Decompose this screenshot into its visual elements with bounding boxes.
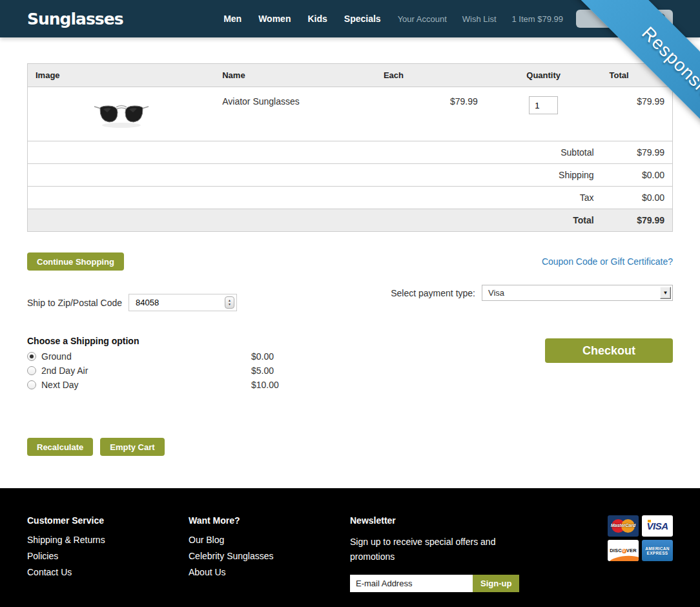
col-header-each: Each [376, 64, 486, 87]
total-value: $79.99 [602, 209, 673, 232]
footer-column-title: Customer Service [27, 515, 189, 526]
aviator-sunglasses-image[interactable] [92, 121, 151, 132]
shipping-value: $0.00 [602, 164, 673, 187]
accepted-cards: MasterCard VISA DISCOVER AMERICAN EXPRES… [608, 515, 673, 561]
footer-link-shipping-returns[interactable]: Shipping & Returns [27, 535, 189, 545]
product-each-price: $79.99 [376, 87, 486, 141]
total-label: Total [28, 209, 602, 232]
footer-customer-service: Customer Service Shipping & Returns Poli… [27, 515, 189, 583]
shipping-options-title: Choose a Shipping option [27, 336, 279, 346]
shipping-option-price: $5.00 [251, 365, 274, 376]
zip-stepper[interactable]: ▲ ▼ [225, 296, 234, 309]
footer-link-celebrity-sunglasses[interactable]: Celebrity Sunglasses [189, 551, 350, 561]
recalculate-button[interactable]: Recalculate [27, 438, 93, 456]
shipping-option-label[interactable]: Ground [41, 351, 251, 362]
shipping-option-ground: Ground $0.00 [27, 351, 279, 362]
subtotal-value: $79.99 [602, 141, 673, 164]
footer-link-our-blog[interactable]: Our Blog [189, 535, 350, 545]
product-total-price: $79.99 [602, 87, 673, 141]
discover-icon: DISCOVER [608, 540, 639, 561]
product-image-cell [28, 87, 215, 141]
cart-table: Image Name Each Quantity Total [27, 63, 673, 232]
shipping-option-label[interactable]: Next Day [41, 380, 251, 390]
footer-newsletter: Newsletter Sign up to receive special of… [350, 515, 544, 592]
cart-header-row: Image Name Each Quantity Total [28, 64, 673, 87]
newsletter-title: Newsletter [350, 515, 544, 526]
zip-input[interactable] [129, 294, 237, 311]
payment-type-select[interactable]: Visa ▼ [482, 285, 673, 301]
radio-2nd-day-air[interactable] [27, 366, 36, 375]
coupon-code-link[interactable]: Coupon Code or Gift Certificate? [542, 256, 673, 267]
continue-shopping-button[interactable]: Continue Shopping [27, 252, 124, 271]
shipping-options-group: Choose a Shipping option Ground $0.00 2n… [27, 336, 279, 394]
site-footer: Customer Service Shipping & Returns Poli… [0, 488, 700, 607]
shipping-option-label[interactable]: 2nd Day Air [41, 365, 251, 376]
shipping-row: Shipping $0.00 [28, 164, 673, 187]
nav-item-specials[interactable]: Specials [344, 14, 381, 24]
search-input[interactable] [576, 10, 673, 28]
nav-item-men[interactable]: Men [223, 14, 242, 24]
nav-item-cart-summary[interactable]: 1 Item $79.99 [512, 14, 564, 24]
shipping-option-price: $10.00 [251, 380, 279, 390]
radio-ground[interactable] [27, 352, 36, 361]
col-header-image: Image [28, 64, 215, 87]
col-header-name: Name [214, 64, 376, 87]
newsletter-text: Sign up to receive special offers and pr… [350, 535, 502, 564]
select-dropdown-icon[interactable]: ▼ [660, 287, 671, 299]
col-header-quantity: Quantity [486, 64, 602, 87]
subtotal-row: Subtotal $79.99 [28, 141, 673, 164]
empty-cart-button[interactable]: Empty Cart [100, 438, 164, 456]
american-express-icon: AMERICAN EXPRESS [642, 540, 673, 561]
tax-row: Tax $0.00 [28, 187, 673, 209]
payment-type-label: Select payment type: [391, 288, 475, 298]
zip-label: Ship to Zip/Postal Code [27, 298, 122, 308]
top-navbar: Sunglasses Men Women Kids Specials Your … [0, 0, 700, 37]
shipping-option-next-day: Next Day $10.00 [27, 380, 279, 390]
payment-type-value: Visa [488, 288, 504, 298]
radio-next-day[interactable] [27, 380, 36, 389]
shipping-option-2nd-day-air: 2nd Day Air $5.00 [27, 365, 279, 376]
footer-link-policies[interactable]: Policies [27, 551, 189, 561]
site-logo[interactable]: Sunglasses [27, 10, 123, 28]
footer-link-contact-us[interactable]: Contact Us [27, 567, 189, 577]
nav-item-your-account[interactable]: Your Account [398, 14, 447, 24]
product-name[interactable]: Aviator Sunglasses [214, 87, 376, 141]
nav-item-kids[interactable]: Kids [307, 14, 327, 24]
main-nav: Men Women Kids Specials Your Account Wis… [223, 14, 563, 24]
newsletter-email-input[interactable] [350, 575, 473, 592]
visa-icon: VISA [642, 515, 673, 537]
quantity-input[interactable] [529, 96, 558, 114]
tax-value: $0.00 [602, 187, 673, 209]
newsletter-signup-button[interactable]: Sign-up [473, 575, 519, 592]
mastercard-icon: MasterCard [608, 515, 639, 537]
cart-item-row: Aviator Sunglasses $79.99 $79.99 [28, 87, 673, 141]
footer-link-about-us[interactable]: About Us [189, 567, 350, 577]
shipping-option-price: $0.00 [251, 351, 274, 362]
search-icon[interactable] [657, 13, 668, 25]
checkout-button[interactable]: Checkout [545, 338, 673, 363]
footer-want-more: Want More? Our Blog Celebrity Sunglasses… [189, 515, 350, 583]
subtotal-label: Subtotal [28, 141, 602, 164]
cart-page: Image Name Each Quantity Total [0, 37, 700, 488]
nav-item-women[interactable]: Women [258, 14, 291, 24]
stepper-down-icon[interactable]: ▼ [228, 303, 231, 307]
col-header-total: Total [602, 64, 673, 87]
total-row: Total $79.99 [28, 209, 673, 232]
footer-column-title: Want More? [189, 515, 350, 526]
tax-label: Tax [28, 187, 602, 209]
nav-item-wish-list[interactable]: Wish List [462, 14, 497, 24]
shipping-label: Shipping [28, 164, 602, 187]
